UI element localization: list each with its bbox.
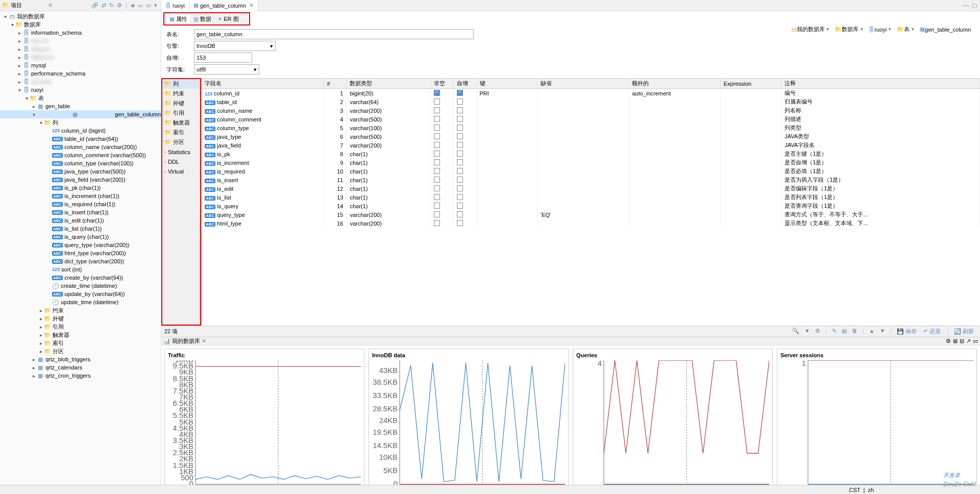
checkbox-autoinc[interactable] [457,220,463,226]
tree-column[interactable]: ABCjava_field (varchar(200)) [0,176,161,184]
maximize-icon[interactable]: ▢ [972,2,977,8]
bc-table[interactable]: ▦gen_table_column [918,26,973,33]
gear-icon[interactable]: ⚙ [117,2,122,9]
checkbox-notnull[interactable] [434,177,440,183]
select-engine[interactable]: InnoDB▾ [194,41,276,51]
project-tree[interactable]: ▾🗃我的数据库▾📁数据库▸🗄information_schema▸🗄abcxxx… [0,11,161,485]
expand-icon[interactable]: ▾ [16,87,22,93]
tree-item[interactable]: ▸🗄performance_schema [0,69,161,78]
section-nav-item[interactable]: 📁 索引 [162,128,200,137]
tree-column[interactable]: ABCupdate_by (varchar(64)) [0,290,161,298]
tab-ruoyi[interactable]: 🗄 ruoyi [161,0,189,11]
table-row[interactable]: ABCis_query14char(1)是否查询字段（1是） [202,202,980,210]
col-header[interactable]: 非空 [430,79,453,89]
table-row[interactable]: ABCcolumn_type5varchar(100)列类型 [202,124,980,132]
expand-icon[interactable]: ▸ [16,71,22,77]
tree-item[interactable]: ▾▦gen_table_column [0,110,161,118]
up-icon[interactable]: ▲ [868,328,876,335]
export-icon[interactable]: ↗ [966,338,971,344]
section-nav-item[interactable]: 📁 触发器 [162,118,200,128]
tree-column[interactable]: ABCquery_type (varchar(200)) [0,241,161,249]
bc-tables[interactable]: 📁表▼ [895,26,917,33]
refresh-icon[interactable]: ↻ [109,2,114,9]
input-auto-increment[interactable] [194,53,252,63]
menu-icon[interactable]: ▾ [154,2,157,9]
tree-item[interactable]: ▾🗃我的数据库 [0,12,161,20]
checkbox-notnull[interactable] [434,185,440,191]
filter-icon[interactable]: ▼ [803,328,812,335]
checkbox-autoinc[interactable] [457,177,463,183]
expand-icon[interactable]: ▸ [31,357,37,362]
delete-icon[interactable]: 🗑 [850,328,859,335]
table-row[interactable]: ABCquery_type15varchar(200)'EQ'查询方式（等于、不… [202,210,980,219]
tree-column[interactable]: ABCis_required (char(1)) [0,200,161,208]
expand-icon[interactable]: ▾ [23,95,30,101]
close-icon[interactable]: ✕ [48,2,53,9]
tree-column[interactable]: ABCcreate_by (varchar(64)) [0,274,161,282]
tree-item[interactable]: ▸📁分区 [0,347,161,355]
add-icon[interactable]: ▤ [840,328,848,335]
checkbox-autoinc[interactable] [457,142,463,148]
min-icon[interactable]: ▭ [146,2,151,9]
subtab-er[interactable]: ⚭ ER 图 [214,13,241,24]
tree-item[interactable]: ▸📁引用 [0,323,161,331]
tree-column[interactable]: ABCcolumn_type (varchar(100)) [0,159,161,167]
table-row[interactable]: ABCjava_type6varchar(500)JAVA类型 [202,132,980,141]
tree-column[interactable]: ABCis_list (char(1)) [0,225,161,233]
col-header[interactable]: 自增 [453,79,476,89]
checkbox-autoinc[interactable] [457,133,463,139]
table-row[interactable]: 123column_id1bigint(20)PRIauto_increment… [202,89,980,98]
layout-icon[interactable]: ⊞ [953,338,958,344]
checkbox-notnull[interactable] [434,151,440,157]
min-icon[interactable]: ▭ [973,338,978,344]
section-nav-item[interactable]: 📁 外键 [162,98,200,108]
section-nav-item[interactable]: 📁 约束 [162,89,200,98]
expand-icon[interactable]: ▸ [31,373,37,379]
section-nav-item[interactable]: 📁 引用 [162,108,200,118]
close-icon[interactable]: ✕ [202,338,206,344]
tree-item[interactable]: ▸▦gen_table [0,102,161,110]
col-header[interactable]: 缺省 [537,79,629,89]
refresh-button[interactable]: 🔄刷新 [952,328,977,335]
tree-column[interactable]: ABCcolumn_name (varchar(200)) [0,143,161,151]
table-row[interactable]: ABCis_increment9char(1)是否自增（1是） [202,158,980,167]
checkbox-notnull[interactable] [434,125,440,131]
expand-icon[interactable]: ▸ [16,63,22,68]
tree-column[interactable]: 123sort (int) [0,265,161,274]
link-icon[interactable]: 🔗 [91,2,99,9]
checkbox-notnull[interactable] [434,159,440,165]
col-header[interactable]: 注释 [781,79,980,89]
table-row[interactable]: ABCis_required10char(1)是否必填（1是） [202,167,980,176]
checkbox-autoinc[interactable] [457,168,463,174]
expand-icon[interactable]: ▸ [38,316,44,322]
tree-item[interactable]: ▸▦qrtz_calendars [0,363,161,372]
select-charset[interactable]: utf8▾ [194,64,259,75]
checkbox-autoinc[interactable] [457,151,463,157]
checkbox-notnull[interactable] [434,116,440,122]
checkbox-notnull[interactable] [434,90,440,96]
checkbox-autoinc[interactable] [457,211,463,217]
tree-item[interactable]: ▸📁索引 [0,339,161,347]
col-header[interactable]: Expression [720,79,781,89]
expand-icon[interactable]: ▸ [38,324,44,330]
section-nav-item[interactable]: 📁 列 [162,79,200,89]
tree-item[interactable]: ▸▦qrtz_cron_triggers [0,372,161,380]
tree-column[interactable]: ABCis_query (char(1)) [0,233,161,241]
tree-column[interactable]: ABCis_insert (char(1)) [0,208,161,216]
columns-grid-wrapper[interactable]: 字段名#数据类型非空自增键缺省额外的Expression注释123column_… [201,78,980,326]
tree-item[interactable]: ▸▦qrtz_blob_triggers [0,355,161,363]
checkbox-notnull[interactable] [434,98,440,105]
tree-column[interactable]: 🕐update_time (datetime) [0,298,161,306]
expand-icon[interactable]: ▸ [31,365,37,370]
expand-icon[interactable]: ▸ [38,349,44,354]
save-button[interactable]: 💾保存 [895,328,920,335]
tree-item[interactable]: ▸📁约束 [0,306,161,314]
table-row[interactable]: ABCis_insert11char(1)是否为插入字段（1是） [202,176,980,184]
tree-column[interactable]: 🕐create_time (datetime) [0,282,161,290]
tree-column[interactable]: ABCcolumn_comment (varchar(500)) [0,151,161,159]
expand-icon[interactable]: ▸ [38,332,44,338]
tree-item[interactable]: ▸🗄information_schema [0,29,161,37]
checkbox-notnull[interactable] [434,203,440,209]
gear-icon[interactable]: ⚙ [814,328,822,335]
expand-icon[interactable]: ▸ [16,30,22,36]
